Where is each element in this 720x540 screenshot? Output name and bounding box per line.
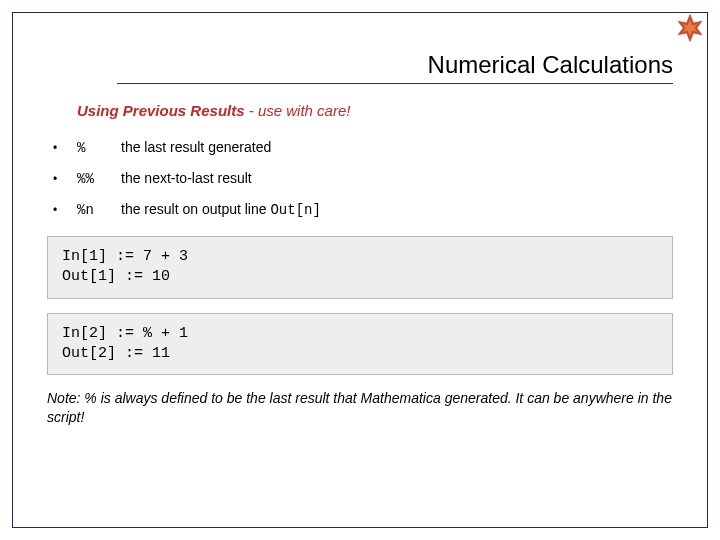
bullet-dot: • (53, 141, 77, 155)
slide-frame: Numerical Calculations Using Previous Re… (12, 12, 708, 528)
subhead-strong: Using Previous Results (77, 102, 245, 119)
subhead-rest: - use with care! (245, 102, 351, 119)
bullet-dot: • (53, 203, 77, 217)
bullet-symbol: % (77, 140, 121, 156)
bullet-symbol: %n (77, 202, 121, 218)
slide-header: Numerical Calculations (47, 51, 673, 84)
bullet-desc: the last result generated (121, 139, 271, 156)
mathematica-logo-icon (673, 11, 707, 45)
slide-note: Note: % is always defined to be the last… (47, 389, 673, 427)
list-item: • %n the result on output line Out[n] (53, 201, 673, 218)
bullet-symbol: %% (77, 171, 121, 187)
code-block-1: In[1] := 7 + 3 Out[1] := 10 (47, 236, 673, 299)
bullet-dot: • (53, 172, 77, 186)
page-title: Numerical Calculations (117, 51, 673, 84)
section-subheading: Using Previous Results - use with care! (77, 102, 673, 119)
code-block-2: In[2] := % + 1 Out[2] := 11 (47, 313, 673, 376)
list-item: • %% the next-to-last result (53, 170, 673, 187)
bullet-desc: the result on output line Out[n] (121, 201, 321, 218)
list-item: • % the last result generated (53, 139, 673, 156)
bullet-desc: the next-to-last result (121, 170, 252, 187)
bullet-list: • % the last result generated • %% the n… (53, 139, 673, 218)
